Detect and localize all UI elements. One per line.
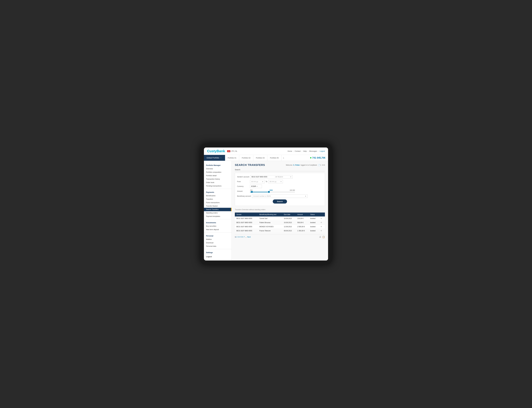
portfolio-more-icon[interactable]: » <box>282 155 286 161</box>
page-title: SEARCH TRANSFERS <box>235 163 265 167</box>
balance-status-dot <box>310 157 311 159</box>
currency-select[interactable]: € EUR ▼ <box>250 185 262 188</box>
currency-value: € EUR <box>251 186 256 187</box>
transfers-overview-main: Transfers Overview <box>235 209 249 211</box>
nav-home[interactable]: Home <box>288 150 292 152</box>
lang-fr[interactable]: FR <box>232 150 234 152</box>
to-date-placeholder: dd.mm.yy <box>270 181 276 183</box>
from-date-input[interactable]: dd.mm.yy ▼ <box>250 180 265 183</box>
logo: CustyBank <box>207 149 225 153</box>
notif-msg-count: 4 <box>324 164 325 166</box>
sidebar-item-mailbox[interactable]: Mailbox <box>204 238 232 241</box>
beneficiary-chevron-icon: ▼ <box>305 196 306 197</box>
pagination: 1 2 3 4 5 6 7 ... Next 🖨 📋 <box>235 234 325 239</box>
view-icon[interactable]: 👁 <box>320 226 322 228</box>
beneficiary-row: Beneficiary account Account number or IB… <box>237 195 323 198</box>
page-2[interactable]: 2 <box>236 236 237 238</box>
table-header-row: Sender Beneficiary/Booking text Due date… <box>235 212 325 216</box>
sidebar-item-order-book[interactable]: Order book <box>204 181 232 184</box>
sender-row: Sender's account BE42 8187 8893 6555 - 3… <box>237 175 323 178</box>
slider-min-label: 200 <box>250 189 252 191</box>
date-row: From dd.mm.yy ▼ To dd.mm.yy ▼ <box>237 180 323 183</box>
currency-label: Currency <box>237 186 249 187</box>
cell-view: 👁 <box>319 229 325 233</box>
search-button[interactable]: Search <box>273 199 287 204</box>
content-area: SEARCH TRANSFERS Welcome C. Potter logge… <box>232 161 328 261</box>
transfers-table: Sender Beneficiary/Booking text Due date… <box>235 212 325 233</box>
portfolio-tab-02[interactable]: Portfolio 02 <box>239 155 253 161</box>
sidebar-item-forex[interactable]: Forex transactions <box>204 201 232 204</box>
sidebar-item-portfolio-detail[interactable]: Portfolio detail <box>204 174 232 177</box>
sidebar-item-beneficiaries[interactable]: Beneficiaries <box>204 194 232 197</box>
sidebar-item-transfers[interactable]: Transfers <box>204 197 232 201</box>
page-ellipsis: ... <box>245 236 247 238</box>
print-icon[interactable]: 🖨 <box>319 236 321 238</box>
sidebar-item-logout[interactable]: Logout <box>204 254 232 258</box>
cell-due-date: 16.09.2013 <box>282 216 296 221</box>
sidebar-section-settings[interactable]: Settings <box>204 250 232 254</box>
page-3[interactable]: 3 <box>238 236 239 238</box>
page-4[interactable]: 4 <box>239 236 240 238</box>
beneficiary-select[interactable]: Account number or IBAN ▼ <box>252 195 308 198</box>
sidebar-item-transfer-basket[interactable]: Transfer Basket <box>204 204 232 208</box>
slider-track[interactable] <box>250 192 295 192</box>
lang-en[interactable]: EN <box>227 150 230 152</box>
notif-icons: 📄 1 ✉ 4 <box>318 164 325 166</box>
sidebar: Portfolio Manager Overview Portfolio com… <box>204 161 232 261</box>
sidebar-item-portfolio-composition[interactable]: Portfolio composition <box>204 170 232 174</box>
page-6[interactable]: 6 <box>242 236 243 238</box>
table-row: BE31 8187 8893 6555 Fabien Brouxas 16.09… <box>235 221 325 225</box>
portfolio-tab-global-label: Global Portfolio <box>207 157 219 159</box>
sidebar-item-payment-templates[interactable]: Payment templates <box>204 215 232 218</box>
notif-msg[interactable]: ✉ 4 <box>322 164 325 166</box>
to-date-input[interactable]: dd.mm.yy ▼ <box>268 180 283 183</box>
export-icon[interactable]: 📋 <box>322 236 325 238</box>
sender-account-value: BE42 8187 8893 6555 <box>251 176 267 178</box>
portfolio-tab-05[interactable]: Portfolio 05 <box>267 155 282 161</box>
sidebar-item-search-transfers[interactable]: Search Transfers <box>204 208 232 211</box>
nav-logout[interactable]: Logout <box>320 150 325 152</box>
slider-thumb-right[interactable] <box>268 191 270 193</box>
beneficiary-placeholder: Account number or IBAN <box>253 195 271 197</box>
cell-due-date: 08.09.2013 <box>282 229 296 233</box>
sidebar-item-overview[interactable]: Overview <box>204 167 232 170</box>
sender-account-select[interactable]: BE42 8187 8893 6555 - 38 783,60 € ▼ <box>250 175 292 178</box>
sidebar-item-transaction-history[interactable]: Transaction history <box>204 177 232 181</box>
sidebar-item-new-term-deposit[interactable]: New term deposit <box>204 228 232 231</box>
slider-thumb-left[interactable] <box>251 191 253 193</box>
sender-account-balance: - 38 783,60 € <box>274 176 283 178</box>
sidebar-item-buy-securities[interactable]: Buy securities <box>204 224 232 228</box>
portfolio-tab-03[interactable]: Portfolio 03 <box>253 155 267 161</box>
nav-contact[interactable]: Contact <box>295 150 301 152</box>
nav-help[interactable]: Help <box>303 150 307 152</box>
sidebar-item-standing-orders[interactable]: Standing orders <box>204 211 232 215</box>
chevron-down-icon: ▼ <box>220 157 222 159</box>
view-icon[interactable]: 👁 <box>320 221 322 224</box>
col-actions <box>319 212 325 216</box>
slider-max-label: 100 000 <box>290 189 295 191</box>
nav-messages[interactable]: Messages <box>309 150 317 152</box>
portfolio-tab-01[interactable]: Portfolio 01 <box>225 155 239 161</box>
search-btn-row: Search <box>237 199 323 204</box>
transfers-overview-title: Transfers Overview without standing orde… <box>235 208 325 211</box>
lang-nl[interactable]: NL <box>235 150 237 152</box>
view-icon[interactable]: 👁 <box>320 217 322 220</box>
page-5[interactable]: 5 <box>241 236 242 238</box>
screen: CustyBank EN | FR | NL Home | Contact | … <box>204 147 328 261</box>
sidebar-divider-2 <box>204 219 232 219</box>
table-actions: 🖨 📋 <box>319 236 325 238</box>
page-7[interactable]: 7 <box>244 236 245 238</box>
view-icon[interactable]: 👁 <box>320 230 322 232</box>
sidebar-item-personal-data[interactable]: Personal data <box>204 245 232 248</box>
sidebar-item-pending-transactions[interactable]: Pending transactions <box>204 184 232 188</box>
cell-sender: BE31 8187 8893 6555 <box>235 216 258 221</box>
page-next[interactable]: Next <box>247 236 251 238</box>
content-header: SEARCH TRANSFERS Welcome C. Potter logge… <box>235 163 325 167</box>
sidebar-item-download[interactable]: Download <box>204 241 232 245</box>
sidebar-section-portfolio-manager: Portfolio Manager <box>204 163 232 167</box>
portfolio-tab-global[interactable]: Global Portfolio ▼ <box>204 155 225 161</box>
search-section-label: Search <box>235 169 325 171</box>
col-amount: Amount <box>296 212 309 216</box>
logo-part2: Bank <box>216 149 225 153</box>
notif-doc[interactable]: 📄 1 <box>318 164 321 166</box>
